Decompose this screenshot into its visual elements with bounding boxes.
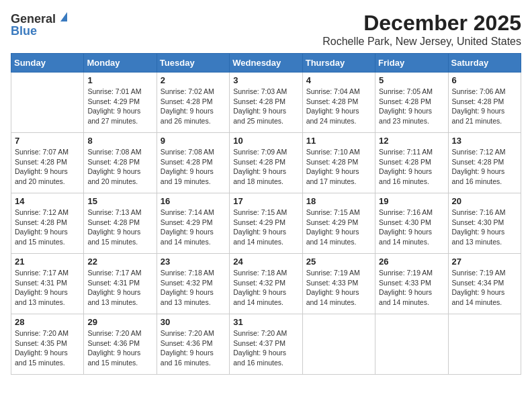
day-number: 31 [233,317,298,327]
calendar-cell: 17Sunrise: 7:15 AMSunset: 4:29 PMDayligh… [230,193,302,254]
day-info: Sunrise: 7:15 AMSunset: 4:29 PMDaylight:… [233,208,298,247]
calendar-cell: 31Sunrise: 7:20 AMSunset: 4:37 PMDayligh… [230,314,302,375]
day-number: 20 [452,196,517,206]
day-header-sunday: Sunday [11,54,84,73]
calendar-cell [11,73,84,133]
calendar-cell: 1Sunrise: 7:01 AMSunset: 4:29 PMDaylight… [84,73,157,133]
day-info: Sunrise: 7:13 AMSunset: 4:28 PMDaylight:… [87,208,152,247]
day-number: 18 [306,196,371,206]
day-info: Sunrise: 7:05 AMSunset: 4:28 PMDaylight:… [379,87,444,126]
day-info: Sunrise: 7:06 AMSunset: 4:28 PMDaylight:… [452,87,517,126]
calendar-cell: 9Sunrise: 7:08 AMSunset: 4:28 PMDaylight… [157,133,229,193]
calendar-cell: 6Sunrise: 7:06 AMSunset: 4:28 PMDaylight… [448,73,521,133]
week-row-5: 28Sunrise: 7:20 AMSunset: 4:35 PMDayligh… [11,314,521,375]
calendar-cell: 2Sunrise: 7:02 AMSunset: 4:28 PMDaylight… [157,73,229,133]
calendar-header-row: SundayMondayTuesdayWednesdayThursdayFrid… [11,54,521,73]
day-header-thursday: Thursday [302,54,375,73]
calendar-cell: 18Sunrise: 7:15 AMSunset: 4:29 PMDayligh… [302,193,375,254]
calendar-cell: 7Sunrise: 7:07 AMSunset: 4:28 PMDaylight… [11,133,84,193]
day-number: 28 [15,317,80,327]
calendar-cell: 26Sunrise: 7:19 AMSunset: 4:33 PMDayligh… [375,254,448,314]
day-number: 9 [161,136,226,146]
day-number: 2 [161,75,226,85]
logo: General Blue [11,11,70,38]
day-number: 16 [161,196,226,206]
calendar-cell: 11Sunrise: 7:10 AMSunset: 4:28 PMDayligh… [302,133,375,193]
day-info: Sunrise: 7:15 AMSunset: 4:29 PMDaylight:… [306,208,371,247]
day-number: 15 [87,196,152,206]
week-row-3: 14Sunrise: 7:12 AMSunset: 4:28 PMDayligh… [11,193,521,254]
day-number: 1 [87,75,152,85]
page-title: December 2025 [322,11,521,36]
calendar-cell: 4Sunrise: 7:04 AMSunset: 4:28 PMDaylight… [302,73,375,133]
day-info: Sunrise: 7:20 AMSunset: 4:37 PMDaylight:… [233,328,298,368]
day-info: Sunrise: 7:10 AMSunset: 4:28 PMDaylight:… [306,147,371,187]
logo-blue: Blue [11,24,37,38]
calendar-cell [302,314,375,375]
day-number: 14 [15,196,80,206]
calendar-cell: 15Sunrise: 7:13 AMSunset: 4:28 PMDayligh… [84,193,157,254]
day-info: Sunrise: 7:07 AMSunset: 4:28 PMDaylight:… [15,147,80,187]
day-header-tuesday: Tuesday [157,54,229,73]
calendar-cell: 8Sunrise: 7:08 AMSunset: 4:28 PMDaylight… [84,133,157,193]
day-info: Sunrise: 7:04 AMSunset: 4:28 PMDaylight:… [306,87,371,126]
day-info: Sunrise: 7:19 AMSunset: 4:33 PMDaylight:… [379,268,444,308]
day-header-saturday: Saturday [448,54,521,73]
day-info: Sunrise: 7:19 AMSunset: 4:33 PMDaylight:… [306,268,371,308]
title-block: December 2025 Rochelle Park, New Jersey,… [322,11,521,48]
week-row-2: 7Sunrise: 7:07 AMSunset: 4:28 PMDaylight… [11,133,521,193]
calendar-cell: 24Sunrise: 7:18 AMSunset: 4:32 PMDayligh… [230,254,302,314]
day-number: 5 [379,75,444,85]
day-info: Sunrise: 7:14 AMSunset: 4:29 PMDaylight:… [161,208,226,247]
day-number: 24 [233,257,298,267]
calendar-cell [375,314,448,375]
svg-marker-0 [60,12,67,21]
day-info: Sunrise: 7:08 AMSunset: 4:28 PMDaylight:… [87,147,152,187]
day-info: Sunrise: 7:12 AMSunset: 4:28 PMDaylight:… [15,208,80,247]
day-number: 17 [233,196,298,206]
day-info: Sunrise: 7:17 AMSunset: 4:31 PMDaylight:… [15,268,80,308]
calendar-cell: 27Sunrise: 7:19 AMSunset: 4:34 PMDayligh… [448,254,521,314]
logo-triangle-icon [58,11,70,26]
day-info: Sunrise: 7:16 AMSunset: 4:30 PMDaylight:… [379,208,444,247]
calendar-cell: 28Sunrise: 7:20 AMSunset: 4:35 PMDayligh… [11,314,84,375]
day-header-wednesday: Wednesday [230,54,302,73]
day-header-monday: Monday [84,54,157,73]
day-number: 27 [452,257,517,267]
calendar-cell: 19Sunrise: 7:16 AMSunset: 4:30 PMDayligh… [375,193,448,254]
week-row-4: 21Sunrise: 7:17 AMSunset: 4:31 PMDayligh… [11,254,521,314]
day-info: Sunrise: 7:08 AMSunset: 4:28 PMDaylight:… [161,147,226,187]
calendar-cell: 20Sunrise: 7:16 AMSunset: 4:30 PMDayligh… [448,193,521,254]
day-number: 3 [233,75,298,85]
calendar-cell: 10Sunrise: 7:09 AMSunset: 4:28 PMDayligh… [230,133,302,193]
day-info: Sunrise: 7:18 AMSunset: 4:32 PMDaylight:… [161,268,226,308]
day-number: 13 [452,136,517,146]
day-info: Sunrise: 7:20 AMSunset: 4:35 PMDaylight:… [15,328,80,368]
page-header: General Blue December 2025 Rochelle Park… [11,11,521,48]
calendar-cell [448,314,521,375]
day-number: 10 [233,136,298,146]
day-number: 26 [379,257,444,267]
day-number: 29 [87,317,152,327]
calendar-cell: 22Sunrise: 7:17 AMSunset: 4:31 PMDayligh… [84,254,157,314]
page-subtitle: Rochelle Park, New Jersey, United States [322,36,521,48]
day-info: Sunrise: 7:09 AMSunset: 4:28 PMDaylight:… [233,147,298,187]
day-number: 12 [379,136,444,146]
calendar-cell: 3Sunrise: 7:03 AMSunset: 4:28 PMDaylight… [230,73,302,133]
day-info: Sunrise: 7:02 AMSunset: 4:28 PMDaylight:… [161,87,226,126]
calendar-cell: 14Sunrise: 7:12 AMSunset: 4:28 PMDayligh… [11,193,84,254]
calendar-cell: 12Sunrise: 7:11 AMSunset: 4:28 PMDayligh… [375,133,448,193]
day-info: Sunrise: 7:18 AMSunset: 4:32 PMDaylight:… [233,268,298,308]
calendar-cell: 30Sunrise: 7:20 AMSunset: 4:36 PMDayligh… [157,314,229,375]
calendar-cell: 25Sunrise: 7:19 AMSunset: 4:33 PMDayligh… [302,254,375,314]
day-number: 19 [379,196,444,206]
day-info: Sunrise: 7:11 AMSunset: 4:28 PMDaylight:… [379,147,444,187]
day-info: Sunrise: 7:17 AMSunset: 4:31 PMDaylight:… [87,268,152,308]
day-info: Sunrise: 7:19 AMSunset: 4:34 PMDaylight:… [452,268,517,308]
day-number: 8 [87,136,152,146]
calendar-cell: 16Sunrise: 7:14 AMSunset: 4:29 PMDayligh… [157,193,229,254]
day-number: 22 [87,257,152,267]
day-info: Sunrise: 7:01 AMSunset: 4:29 PMDaylight:… [87,87,152,126]
calendar-cell: 21Sunrise: 7:17 AMSunset: 4:31 PMDayligh… [11,254,84,314]
calendar-cell: 13Sunrise: 7:12 AMSunset: 4:28 PMDayligh… [448,133,521,193]
